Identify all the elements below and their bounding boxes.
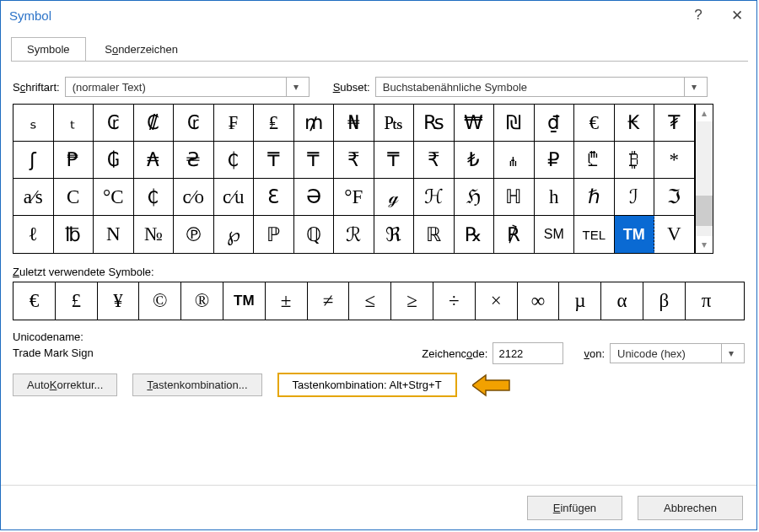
symbol-cell[interactable]: ℑ [654, 179, 695, 216]
subset-combo[interactable]: Buchstabenähnliche Symbole ▾ [375, 77, 708, 97]
symbol-cell[interactable]: TM [615, 216, 655, 253]
recent-symbol-cell[interactable]: ± [266, 282, 308, 320]
symbol-cell[interactable]: ₴ [174, 142, 214, 179]
symbol-cell[interactable]: ℋ [414, 179, 455, 216]
symbol-cell[interactable]: ₢ [94, 105, 134, 142]
symbol-cell[interactable]: ₣ [214, 105, 255, 142]
symbol-cell[interactable]: ℌ [455, 179, 495, 216]
close-button[interactable]: ✕ [718, 1, 756, 30]
tab-symbols[interactable]: Symbole [11, 37, 86, 61]
symbol-cell[interactable]: a⁄s [13, 179, 54, 216]
autocorrect-button[interactable]: AutoKorrektur... [13, 373, 117, 396]
recent-symbol-cell[interactable]: ¥ [98, 282, 140, 320]
symbol-cell[interactable]: ₹ [334, 142, 374, 179]
symbol-cell[interactable]: ℔ [54, 216, 94, 253]
symbol-cell[interactable]: ₵ [214, 142, 255, 179]
symbol-cell[interactable]: ₹ [414, 142, 455, 179]
symbol-cell[interactable]: °F [334, 179, 374, 216]
symbol-cell[interactable]: ℞ [455, 216, 495, 253]
symbol-cell[interactable]: ₸ [294, 142, 335, 179]
recent-grid[interactable]: €£¥©®TM±≠≤≥÷×∞µαβπ [13, 282, 745, 320]
recent-symbol-cell[interactable]: ≠ [308, 282, 350, 320]
symbol-cell[interactable]: ℝ [414, 216, 455, 253]
symbol-cell[interactable]: ₱ [54, 142, 94, 179]
symbol-cell[interactable]: ₮ [654, 105, 695, 142]
symbol-cell[interactable]: N [94, 216, 134, 253]
from-combo[interactable]: Unicode (hex) ▾ [610, 343, 745, 363]
cancel-button[interactable]: Abbrechen [638, 496, 743, 520]
recent-symbol-cell[interactable]: ÷ [433, 282, 476, 320]
symbol-cell[interactable]: ₭ [615, 105, 655, 142]
grid-scrollbar[interactable]: ▴ ▾ [695, 104, 713, 254]
symbol-cell[interactable]: ℚ [294, 216, 335, 253]
symbol-cell[interactable]: °C [94, 179, 134, 216]
scroll-down-icon[interactable]: ▾ [696, 236, 713, 253]
recent-symbol-cell[interactable]: µ [559, 282, 601, 320]
symbol-cell[interactable]: ₸ [374, 142, 415, 179]
symbol-cell[interactable]: ₳ [134, 142, 175, 179]
scroll-track[interactable] [696, 121, 713, 236]
charcode-input[interactable]: 2122 [493, 342, 563, 364]
symbol-cell[interactable]: ₦ [334, 105, 374, 142]
symbol-cell[interactable]: ₺ [455, 142, 495, 179]
symbol-cell[interactable]: * [654, 142, 695, 179]
symbol-cell[interactable]: ₫ [535, 105, 575, 142]
symbol-cell[interactable]: ₨ [414, 105, 455, 142]
symbol-grid[interactable]: ₛₜ₢₡₢₣₤₥₦₧₨₩₪₫€₭₮ʃ₱₲₳₴₵₸₸₹₸₹₺₼₽₾₿*a⁄sC°C… [13, 104, 695, 254]
symbol-cell[interactable]: ₿ [615, 142, 655, 179]
symbol-cell[interactable]: ℛ [334, 216, 374, 253]
recent-symbol-cell[interactable]: € [13, 282, 56, 320]
symbol-cell[interactable]: ₢ [174, 105, 214, 142]
insert-button[interactable]: Einfügen [527, 496, 622, 520]
symbol-cell[interactable]: № [134, 216, 175, 253]
symbol-cell[interactable]: ₛ [13, 105, 54, 142]
symbol-cell[interactable]: ₡ [134, 105, 175, 142]
tab-special[interactable]: Sonderzeichen [89, 37, 194, 61]
symbol-cell[interactable]: c⁄o [174, 179, 214, 216]
symbol-cell[interactable]: c⁄u [214, 179, 255, 216]
recent-symbol-cell[interactable]: ≥ [391, 282, 433, 320]
symbol-cell[interactable]: ℊ [374, 179, 415, 216]
symbol-cell[interactable]: ℙ [254, 216, 294, 253]
recent-symbol-cell[interactable]: £ [56, 282, 98, 320]
symbol-cell[interactable]: Ɛ [254, 179, 294, 216]
symbol-cell[interactable]: C [54, 179, 94, 216]
symbol-cell[interactable]: ₽ [535, 142, 575, 179]
symbol-cell[interactable]: ℟ [494, 216, 535, 253]
symbol-cell[interactable]: ₜ [54, 105, 94, 142]
symbol-cell[interactable]: ℜ [374, 216, 415, 253]
recent-symbol-cell[interactable]: α [601, 282, 643, 320]
symbol-cell[interactable]: ʃ [13, 142, 54, 179]
symbol-cell[interactable]: TEL [574, 216, 615, 253]
recent-symbol-cell[interactable]: ® [181, 282, 223, 320]
symbol-cell[interactable]: ₸ [254, 142, 294, 179]
recent-symbol-cell[interactable]: π [686, 282, 728, 320]
symbol-cell[interactable]: ℗ [174, 216, 214, 253]
scroll-thumb[interactable] [696, 196, 713, 226]
symbol-cell[interactable]: h [535, 179, 575, 216]
symbol-cell[interactable]: ₥ [294, 105, 335, 142]
symbol-cell[interactable]: ₩ [455, 105, 495, 142]
symbol-cell[interactable]: € [574, 105, 615, 142]
symbol-cell[interactable]: ℐ [615, 179, 655, 216]
symbol-cell[interactable]: ℏ [574, 179, 615, 216]
recent-symbol-cell[interactable]: ≤ [349, 282, 391, 320]
symbol-cell[interactable]: ₲ [94, 142, 134, 179]
recent-symbol-cell[interactable]: ∞ [518, 282, 560, 320]
symbol-cell[interactable]: ₼ [494, 142, 535, 179]
help-button[interactable]: ? [679, 1, 718, 30]
recent-symbol-cell[interactable]: © [139, 282, 181, 320]
symbol-cell[interactable]: ₵ [134, 179, 175, 216]
symbol-cell[interactable]: ₤ [254, 105, 294, 142]
symbol-cell[interactable]: ₪ [494, 105, 535, 142]
symbol-cell[interactable]: ℓ [13, 216, 54, 253]
symbol-cell[interactable]: Ə [294, 179, 335, 216]
symbol-cell[interactable]: SM [535, 216, 575, 253]
recent-symbol-cell[interactable]: × [476, 282, 518, 320]
scroll-up-icon[interactable]: ▴ [696, 105, 713, 121]
recent-symbol-cell[interactable]: β [643, 282, 686, 320]
font-combo[interactable]: (normaler Text) ▾ [65, 77, 310, 97]
recent-symbol-cell[interactable]: TM [223, 282, 266, 320]
symbol-cell[interactable]: V [654, 216, 695, 253]
symbol-cell[interactable]: ℘ [214, 216, 255, 253]
